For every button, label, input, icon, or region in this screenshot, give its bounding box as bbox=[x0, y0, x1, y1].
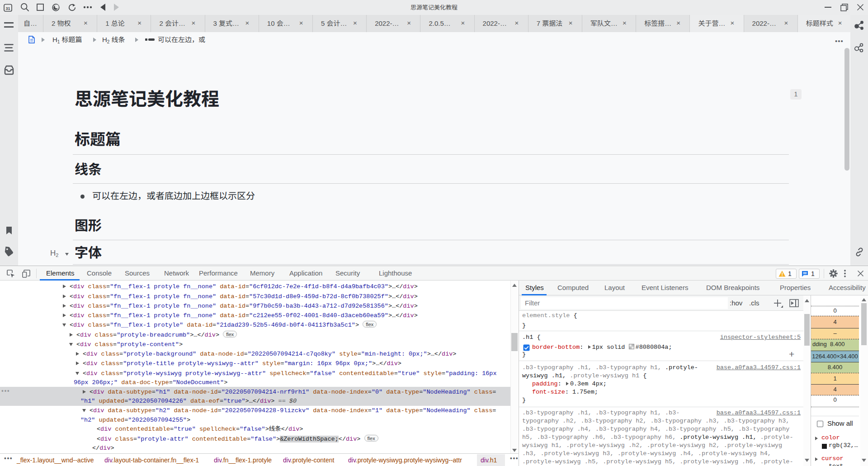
svg-text:31: 31 bbox=[5, 6, 10, 11]
